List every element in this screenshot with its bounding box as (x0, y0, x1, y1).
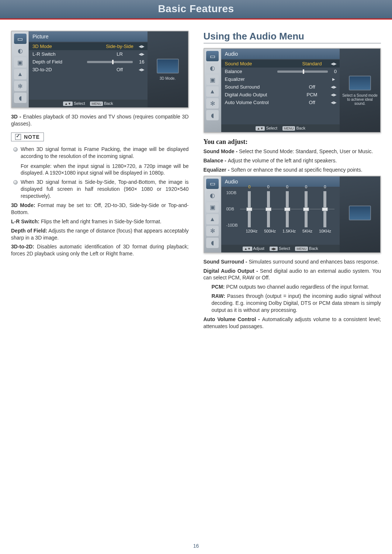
row-value: Side-by-Side (103, 44, 136, 49)
menu-key-icon: MENU (90, 101, 103, 106)
eq-val: 0 (286, 185, 288, 189)
updown-key-icon: ▲▼ (243, 247, 252, 251)
page-number: 16 (0, 543, 392, 549)
menu-row-sound-mode[interactable]: Sound Mode Standard ◀▶ (221, 60, 340, 68)
osd-audio-menu: ▭ ◐ ▣ ▲ ✻ ◖ Audio Sound Mode Standard ◀▶ (204, 48, 381, 133)
row-label: Balance (225, 69, 275, 74)
osd-nav-rail: ▭ ◐ ▣ ▲ ✻ ◖ (204, 49, 221, 132)
menu-key-icon: MENU (282, 126, 295, 131)
def-depth-of-field: Depth of Field: Adjusts the range of dis… (11, 227, 189, 241)
eq-val: 0 (324, 185, 326, 189)
depth-slider[interactable] (87, 61, 133, 63)
menu-row-balance[interactable]: Balance 0 (221, 68, 340, 75)
lr-arrow-icon: ◀▶ (331, 62, 337, 66)
tv-preview-icon (157, 59, 179, 73)
menu-row-lr-switch[interactable]: L-R Switch LR ◀▶ (29, 50, 148, 58)
eq-y-10db: 10DB (226, 190, 238, 195)
osd-hint-panel (340, 176, 380, 252)
menu-row-3d-to-2d[interactable]: 3D-to-2D Off ◀▶ (29, 66, 148, 73)
lr-arrow-icon: ◀▶ (331, 100, 337, 104)
row-label: Digital Audio Output (225, 92, 294, 97)
osd-footer: ▲▼ Select MENU Back (29, 100, 148, 107)
osd-title: Picture (29, 31, 148, 42)
lr-arrow-icon: ◀▶ (331, 93, 337, 97)
eq-val: 0 (248, 185, 250, 189)
eq-freq-label: 120Hz (246, 229, 257, 233)
row-label: Depth of Field (32, 59, 85, 65)
osd-hint-panel: Select a Sound mode to achieve ideal sou… (340, 49, 380, 132)
def-digital-audio-output: Digital Audio Output - Send digital audi… (204, 268, 381, 282)
footer-adjust: Adjust (253, 246, 264, 251)
footer-select: Select (74, 101, 85, 106)
gear-icon[interactable]: ✻ (206, 98, 219, 109)
audio-icon[interactable]: ▭ (206, 179, 219, 189)
brightness-icon[interactable]: ◐ (206, 190, 219, 201)
row-label: Sound Mode (225, 61, 294, 66)
speaker-icon[interactable]: ▲ (206, 214, 219, 224)
eq-band-1-5khz[interactable]: 0 (286, 190, 289, 227)
lr-arrow-icon: ◀▶ (139, 68, 145, 72)
osd-equalizer: ▭ ◐ ▣ ▲ ✻ ◖ Audio 10DB 0DB -10DB (204, 176, 381, 253)
osd-footer: ▲▼ Select MENU Back (221, 124, 340, 132)
audio-icon[interactable]: ▭ (206, 51, 219, 61)
menu-row-3d-mode[interactable]: 3D Mode Side-by-Side ◀▶ (29, 42, 148, 50)
misc-icon[interactable]: ◖ (206, 110, 219, 120)
menu-row-sound-surround[interactable]: Sound Surround Off ◀▶ (221, 83, 340, 91)
eq-freq-label: 10KHz (319, 229, 331, 233)
note-heading: NOTE (11, 133, 44, 141)
row-label: Equalizer (225, 76, 294, 82)
def-sound-surround: Sound Surround - Simulates surround soun… (204, 258, 381, 265)
def-equalizer: Equalizer - Soften or enhance the sound … (204, 166, 381, 173)
row-label: Sound Surround (225, 84, 294, 90)
row-value: 16 (135, 59, 145, 65)
note-item-1-example: For example: when the input signal is 12… (21, 163, 189, 177)
row-label: Auto Volume Control (225, 100, 294, 105)
speaker-icon[interactable]: ▲ (206, 86, 219, 97)
color-icon[interactable]: ▣ (14, 57, 27, 68)
menu-row-auto-volume-control[interactable]: Auto Volume Control Off ◀▶ (221, 99, 340, 106)
eq-freq-label: 500Hz (264, 229, 276, 233)
misc-icon[interactable]: ◖ (206, 238, 219, 248)
eq-band-500hz[interactable]: 0 (267, 190, 270, 227)
brightness-icon[interactable]: ◐ (206, 63, 219, 73)
footer-back: Back (296, 126, 305, 130)
eq-band-5khz[interactable]: 0 (305, 190, 308, 227)
balance-slider[interactable] (277, 70, 328, 73)
menu-row-depth-of-field[interactable]: Depth of Field 16 (29, 58, 148, 66)
osd-nav-rail: ▭ ◐ ▣ ▲ ✻ ◖ (12, 31, 29, 107)
menu-row-digital-audio-output[interactable]: Digital Audio Output PCM ◀▶ (221, 91, 340, 99)
osd-title: Audio (221, 176, 340, 187)
footer-select: Select (266, 126, 277, 130)
color-icon[interactable]: ▣ (206, 75, 219, 85)
osd-picture-menu: ▭ ◐ ▣ ▲ ✻ ◖ Picture 3D Mode Side-by-Side… (11, 31, 189, 108)
eq-freq-label: 5KHz (302, 229, 312, 233)
eq-val: 0 (305, 185, 307, 189)
color-icon[interactable]: ▣ (206, 202, 219, 213)
lr-arrow-icon: ◀▶ (139, 44, 145, 48)
menu-row-equalizer[interactable]: Equalizer ▶ (221, 75, 340, 83)
gear-icon[interactable]: ✻ (206, 226, 219, 236)
row-label: 3D-to-2D (32, 67, 101, 72)
def-3d-to-2d: 3D-to-2D: Disables automatic identificat… (11, 243, 189, 257)
row-value: Off (103, 67, 136, 72)
osd-hint-text: 3D Mode. (160, 76, 176, 80)
row-label: L-R Switch (32, 51, 101, 57)
menu-key-icon: MENU (295, 247, 308, 251)
adjust-heading: You can adjust: (204, 138, 381, 146)
footer-back: Back (104, 101, 113, 106)
gear-icon[interactable]: ✻ (14, 81, 27, 91)
osd-hint-text: Select a Sound mode to achieve ideal sou… (342, 93, 378, 106)
brightness-icon[interactable]: ◐ (14, 45, 27, 56)
tv-preview-icon (349, 206, 371, 220)
eq-y-neg10db: -10DB (226, 223, 238, 227)
def-raw: RAW: Passes through (output = input) the… (204, 293, 381, 314)
eq-band-10khz[interactable]: 0 (323, 190, 326, 227)
misc-icon[interactable]: ◖ (14, 93, 27, 103)
updown-key-icon: ▲▼ (63, 101, 73, 106)
speaker-icon[interactable]: ▲ (14, 69, 27, 79)
eq-band-120hz[interactable]: 0 (248, 190, 251, 227)
picture-icon[interactable]: ▭ (14, 34, 27, 44)
leftright-key-icon: ◀▶ (270, 247, 278, 251)
row-label: 3D Mode (32, 44, 101, 49)
equalizer-body: 10DB 0DB -10DB 0 0 0 0 0 (221, 187, 340, 245)
